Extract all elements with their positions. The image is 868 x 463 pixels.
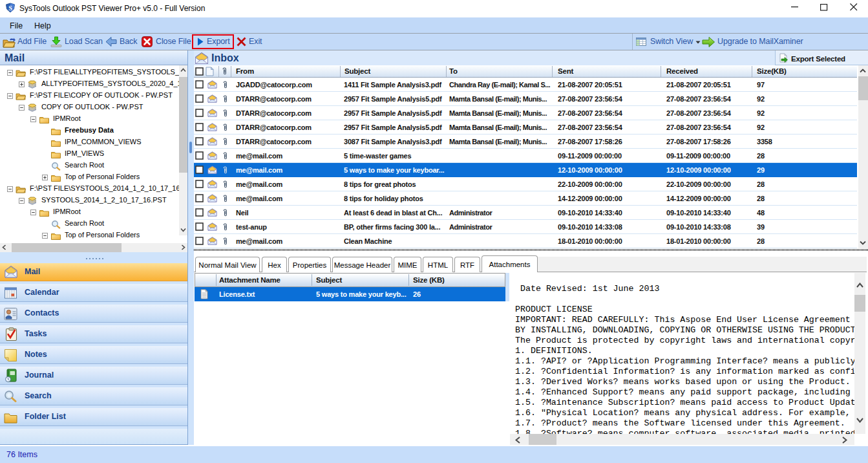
svg-text:S: S [8,5,12,12]
